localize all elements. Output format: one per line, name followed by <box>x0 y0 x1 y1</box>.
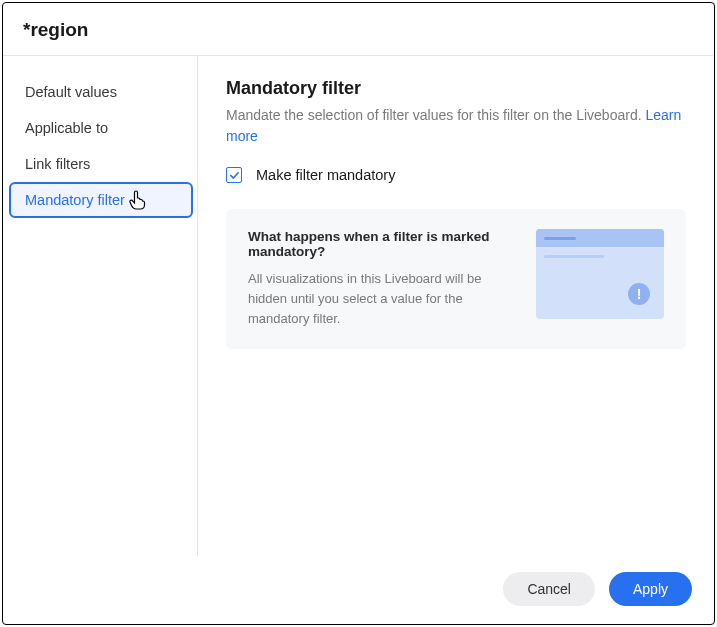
sidebar-item-label: Applicable to <box>25 120 108 136</box>
info-panel: What happens when a filter is marked man… <box>226 209 686 349</box>
sidebar: Default values Applicable to Link filter… <box>3 56 198 556</box>
sidebar-item-label: Default values <box>25 84 117 100</box>
sidebar-item-default-values[interactable]: Default values <box>3 74 197 110</box>
alert-icon: ! <box>628 283 650 305</box>
dialog-body: Default values Applicable to Link filter… <box>3 56 714 556</box>
sidebar-item-mandatory-filter[interactable]: Mandatory filter <box>9 182 193 218</box>
info-question: What happens when a filter is marked man… <box>248 229 512 259</box>
illustration-window-icon: ! <box>536 229 664 319</box>
dialog-title: *region <box>23 19 694 41</box>
apply-button[interactable]: Apply <box>609 572 692 606</box>
dialog-footer: Cancel Apply <box>3 556 714 624</box>
filter-settings-dialog: *region Default values Applicable to Lin… <box>2 2 715 625</box>
section-title: Mandatory filter <box>226 78 686 99</box>
checkbox-label: Make filter mandatory <box>256 167 395 183</box>
main-panel: Mandatory filter Mandate the selection o… <box>198 56 714 556</box>
mandatory-checkbox-row: Make filter mandatory <box>226 167 686 183</box>
sidebar-item-label: Mandatory filter <box>25 192 125 208</box>
info-illustration: ! <box>536 229 664 319</box>
cancel-button[interactable]: Cancel <box>503 572 595 606</box>
info-text: What happens when a filter is marked man… <box>248 229 512 329</box>
info-answer: All visualizations in this Liveboard wil… <box>248 269 512 329</box>
sidebar-item-applicable-to[interactable]: Applicable to <box>3 110 197 146</box>
checkmark-icon <box>229 170 240 181</box>
dialog-header: *region <box>3 3 714 56</box>
sidebar-item-label: Link filters <box>25 156 90 172</box>
sidebar-item-link-filters[interactable]: Link filters <box>3 146 197 182</box>
section-description: Mandate the selection of filter values f… <box>226 105 686 147</box>
illustration-topbar <box>536 229 664 247</box>
mandatory-checkbox[interactable] <box>226 167 242 183</box>
